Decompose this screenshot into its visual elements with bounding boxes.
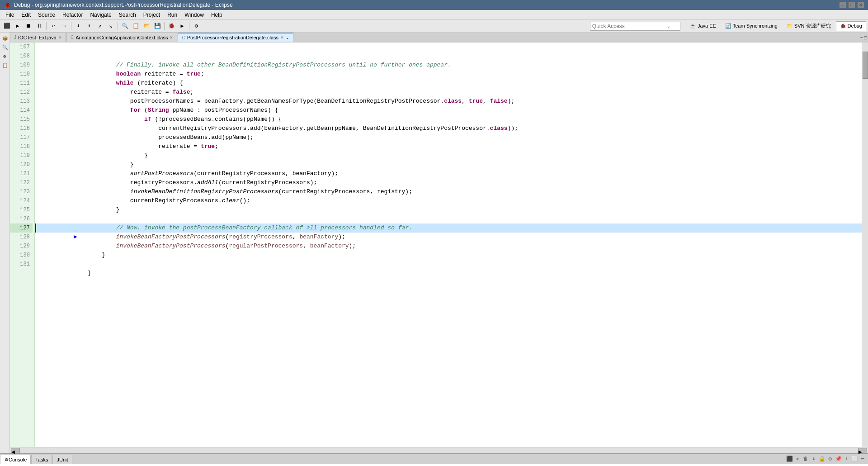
tab-bar-min-icon[interactable]: ─: [860, 35, 863, 41]
tab-label-postprocessor: PostProcessorRegistrationDelegate.class: [187, 35, 278, 40]
h-scroll-left[interactable]: ◀: [11, 448, 20, 453]
toolbar-sep-4: [164, 22, 165, 30]
console-close-btn[interactable]: ✕: [794, 455, 801, 462]
toolbar-btn-6[interactable]: ↪: [59, 21, 69, 31]
toolbar-btn-9[interactable]: ↗: [95, 21, 105, 31]
scrollbar-thumb[interactable]: [863, 52, 868, 79]
toolbar-btn-5[interactable]: ↩: [48, 21, 58, 31]
line-num-122: 122: [10, 178, 33, 187]
code-line-108: // Finally, invoke all other BeanDefinit…: [35, 52, 862, 61]
tab-icon-ioctest: J: [14, 35, 16, 40]
tab-close-ioctest[interactable]: ✕: [58, 35, 62, 40]
editor-area: J IOCTest_Ext.java ✕ C AnnotationConfigA…: [10, 33, 868, 453]
tab-icon-postprocessor: C: [182, 35, 185, 40]
quick-access-box[interactable]: ⌄: [590, 22, 680, 31]
tab-menu-icon[interactable]: ⌄: [286, 35, 289, 40]
console-scroll-end-btn[interactable]: ⬇: [810, 455, 817, 462]
menu-window[interactable]: Window: [181, 11, 208, 19]
menu-help[interactable]: Help: [208, 11, 226, 19]
menu-file[interactable]: File: [2, 11, 18, 19]
menu-edit[interactable]: Edit: [18, 11, 34, 19]
console-clear-btn[interactable]: 🗑: [802, 455, 809, 462]
sidebar-icon-1[interactable]: 📦: [1, 34, 9, 43]
toolbar-btn-14[interactable]: 💾: [152, 21, 162, 31]
window-title: Debug - org.springframework.context.supp…: [14, 2, 233, 8]
toolbar-btn-13[interactable]: 📂: [142, 21, 151, 31]
console-scroll-lock-btn[interactable]: 🔒: [818, 455, 826, 462]
toolbar-sep-2: [71, 22, 71, 30]
tab-close-annotation[interactable]: ✕: [170, 35, 173, 40]
toolbar-btn-10[interactable]: ↘: [106, 21, 116, 31]
menu-refactor[interactable]: Refactor: [59, 11, 86, 19]
line-num-109: 109: [10, 61, 33, 70]
sidebar-icon-3[interactable]: ⚙: [1, 52, 9, 61]
line-num-112: 112: [10, 88, 33, 97]
code-indent-109: [74, 71, 116, 77]
perspective-debug[interactable]: 🐞 Debug: [836, 21, 866, 31]
menu-project[interactable]: Project: [140, 11, 164, 19]
kw-for: for: [130, 107, 141, 114]
vertical-scrollbar[interactable]: [862, 43, 868, 447]
toolbar-btn-15[interactable]: 🐞: [166, 21, 176, 31]
menu-source[interactable]: Source: [34, 11, 59, 19]
kw-true-109: true: [187, 71, 201, 77]
line-num-119: 119: [10, 151, 33, 160]
tab-ioctest[interactable]: J IOCTest_Ext.java ✕: [10, 33, 66, 42]
left-sidebar: 📦 🔍 ⚙ 📋: [0, 33, 10, 453]
toolbar-btn-7[interactable]: ⬇: [73, 21, 83, 31]
tab-icon-annotation: C: [71, 35, 74, 40]
toolbar-btn-17[interactable]: ⚙: [191, 21, 201, 31]
code-line-120: sortPostProcessors(currentRegistryProces…: [35, 160, 862, 169]
tab-postprocessor[interactable]: C PostProcessorRegistrationDelegate.clas…: [178, 33, 293, 42]
menu-run[interactable]: Run: [164, 11, 181, 19]
toolbar-btn-2[interactable]: ▶: [13, 21, 23, 31]
close-button[interactable]: ✕: [857, 2, 864, 8]
sidebar-icon-2[interactable]: 🔍: [1, 43, 9, 52]
line-num-107: 107: [10, 43, 33, 52]
h-scroll-right[interactable]: ▶: [858, 448, 867, 453]
console-expand-btn[interactable]: ⬜: [851, 455, 858, 462]
line-num-125: 125: [10, 205, 33, 214]
console-new-btn[interactable]: +: [843, 455, 850, 462]
maximize-button[interactable]: □: [848, 2, 855, 8]
toolbar-btn-1[interactable]: ⬛: [2, 21, 12, 31]
tab-junit[interactable]: JUnit: [52, 455, 72, 464]
line-num-110: 110: [10, 70, 33, 79]
toolbar-sep-3: [118, 22, 118, 30]
console-stop-btn[interactable]: ⬛: [786, 455, 793, 462]
tab-console-label: Console: [9, 457, 27, 462]
menu-navigate[interactable]: Navigate: [86, 11, 115, 19]
minimize-button[interactable]: ─: [839, 2, 846, 8]
tab-tasks-label: Tasks: [35, 457, 48, 462]
toolbar-btn-8[interactable]: ⬆: [84, 21, 94, 31]
quick-access-input[interactable]: [590, 23, 667, 29]
tab-tasks[interactable]: Tasks: [31, 455, 52, 464]
console-pin-btn[interactable]: 📌: [835, 455, 842, 462]
window-controls: ─ □ ✕: [839, 2, 864, 8]
kw-true-117: true: [201, 143, 215, 150]
line-num-121: 121: [10, 169, 33, 178]
console-min-btn[interactable]: ─: [859, 455, 866, 462]
toolbar-btn-11[interactable]: 🔍: [120, 21, 130, 31]
line-num-116: 116: [10, 124, 33, 133]
tab-bar-max-icon[interactable]: □: [864, 35, 867, 41]
perspective-team-sync[interactable]: 🔄 Team Synchronizing: [721, 21, 782, 31]
horizontal-scrollbar[interactable]: ◀ ▶: [10, 447, 868, 453]
toolbar-btn-16[interactable]: ▶: [177, 21, 187, 31]
menu-search[interactable]: Search: [115, 11, 140, 19]
console-settings-btn[interactable]: ⚙: [826, 455, 834, 462]
kw-false-112: false: [490, 98, 508, 105]
kw-class-115: class: [490, 125, 508, 132]
toolbar-btn-12[interactable]: 📋: [131, 21, 141, 31]
tab-close-postprocessor[interactable]: ✕: [280, 35, 284, 40]
perspective-svn[interactable]: 📁 SVN 资源库研究: [783, 21, 835, 31]
sidebar-icon-4[interactable]: 📋: [1, 62, 9, 70]
tab-annotation-config[interactable]: C AnnotationConfigApplicationContext.cla…: [66, 33, 177, 42]
code-content[interactable]: // Finally, invoke all other BeanDefinit…: [35, 43, 862, 447]
tab-label-annotation: AnnotationConfigApplicationContext.class: [75, 35, 168, 40]
toolbar-btn-4[interactable]: ⏸: [34, 21, 44, 31]
perspective-java-ee[interactable]: ☕ Java EE: [686, 21, 720, 31]
main-area: 📦 🔍 ⚙ 📋 J IOCTest_Ext.java ✕ C Annotatio…: [0, 33, 868, 453]
tab-console[interactable]: 🖥 Console: [0, 455, 31, 464]
toolbar-btn-3[interactable]: ⏹: [24, 21, 33, 31]
